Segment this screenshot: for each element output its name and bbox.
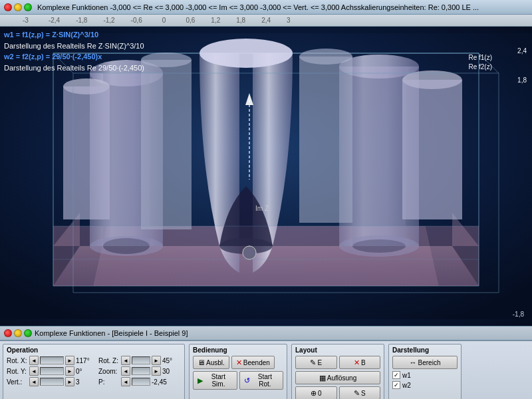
close-button[interactable] [4, 3, 12, 11]
rot-y-row: Rot. Y: ◄ ► 0° Zoom: ◄ ► 30 [7, 366, 181, 376]
layout-e-button[interactable]: ✎ E [295, 356, 337, 369]
formula-w1: w1 = f1(z,p) = Z·SIN(Z)^3/10 [4, 29, 144, 41]
start-sim-button[interactable]: ▶ Start Sim. [193, 371, 237, 390]
layout-b-icon: ✕ [354, 358, 360, 367]
rot-z-inc[interactable]: ► [152, 356, 161, 365]
rot-y-inc[interactable]: ► [65, 366, 74, 376]
svg-rect-30 [141, 60, 192, 229]
bedienung-section: Bedienung 🖥 Ausbl. ✕ Beenden ▶ Start Sim… [189, 344, 287, 399]
rot-x-row: Rot. X: ◄ ► 117° Rot. Z: ◄ ► 45° [7, 356, 181, 365]
status-title: Komplexe Funktionen - [Beispiele I - Bei… [35, 329, 188, 337]
traffic-lights [4, 3, 32, 11]
vert-dec[interactable]: ◄ [29, 377, 39, 386]
desc-w1: Darstellung des Realteils Re Z·SIN(Z)^3/… [4, 41, 144, 52]
vert-inc[interactable]: ► [65, 377, 74, 386]
rot-z-track[interactable] [132, 356, 150, 364]
svg-point-16 [200, 39, 293, 68]
desc-w2: Darstellung des Realteils Re 29/50·(-2,4… [4, 63, 144, 74]
svg-rect-28 [299, 57, 352, 223]
zoom-inc[interactable]: ► [152, 366, 161, 376]
layout-title: Layout [295, 346, 380, 354]
x-icon: ✕ [236, 358, 242, 367]
layout-section: Layout ✎ E ✕ B ▦ Auflösung ⊕ 0 ✎ S [291, 344, 384, 399]
layout-b-button[interactable]: ✕ B [339, 356, 381, 369]
start-rot-label: Start Rot. [251, 373, 279, 388]
rot-z-dec[interactable]: ◄ [121, 356, 130, 365]
beenden-button[interactable]: ✕ Beenden [231, 356, 275, 369]
layout-b-label: B [361, 359, 366, 366]
legend-f2: Re f2(z) [468, 63, 492, 72]
maximize-button[interactable] [24, 3, 32, 11]
status-min[interactable] [14, 329, 22, 337]
status-bar: Komplexe Funktionen - [Beispiele I - Bei… [0, 326, 532, 340]
operation-title: Operation [7, 346, 181, 354]
plus-icon: ⊕ [311, 389, 317, 398]
bedienung-buttons: 🖥 Ausbl. ✕ Beenden ▶ Start Sim. ↺ Start … [193, 356, 283, 390]
zoom-dec[interactable]: ◄ [121, 366, 130, 376]
layout-0-button[interactable]: ⊕ 0 [295, 386, 337, 399]
monitor-icon: 🖥 [198, 358, 205, 366]
right-axis-labels: 2,4 1,8 [517, 47, 527, 85]
start-sim-label: Start Sim. [204, 373, 233, 388]
aufloesung-label: Auflösung [327, 374, 356, 382]
beenden-label: Beenden [243, 359, 270, 366]
vert-track[interactable] [40, 378, 64, 386]
w1-checkbox[interactable]: ✓ [392, 371, 400, 379]
rot-x-dec[interactable]: ◄ [29, 356, 39, 365]
visualization-area: w1 = f1(z,p) = Z·SIN(Z)^3/10 Darstellung… [0, 27, 532, 326]
bereich-button[interactable]: ↔ Bereich [392, 356, 458, 369]
status-max[interactable] [24, 329, 32, 337]
rot-y-value: 0° [76, 368, 94, 375]
svg-rect-24 [63, 86, 110, 219]
rot-z-value: 45° [162, 357, 181, 364]
rot-z-label: Rot. Z: [98, 357, 120, 364]
darstellung-controls: ↔ Bereich ✓ w1 ✓ w2 [392, 356, 458, 389]
axis-label-1-8: 1,8 [517, 76, 527, 85]
zoom-value: 30 [162, 368, 181, 375]
minimize-button[interactable] [14, 3, 22, 11]
aufloesung-icon: ▦ [319, 374, 326, 382]
layout-s-icon: ✎ [354, 389, 360, 398]
play-icon: ▶ [198, 376, 203, 385]
w2-checkbox[interactable]: ✓ [392, 381, 400, 389]
window-title: Komplexe Funktionen -3,000 <= Re <= 3,00… [37, 3, 479, 11]
axis-bar: -3 -2,4 -1,8 -1,2 -0,6 0 0,6 1,2 1,8 2,4… [0, 15, 532, 27]
aufloesung-button[interactable]: ▦ Auflösung [295, 371, 380, 384]
layout-e-icon: ✎ [310, 358, 316, 367]
zoom-track[interactable] [132, 367, 150, 375]
bed-row-2: ▶ Start Sim. ↺ Start Rot. [193, 371, 283, 390]
svg-rect-26 [402, 80, 462, 219]
title-bar: Komplexe Funktionen -3,000 <= Re <= 3,00… [0, 0, 532, 15]
p-track[interactable] [132, 378, 150, 386]
formula-w2: w2 = f2(z,p) = 29/50·(-2,450)x [4, 51, 144, 63]
rot-x-inc[interactable]: ► [65, 356, 74, 365]
layout-e-label: E [317, 359, 322, 366]
w1-label: w1 [402, 372, 411, 379]
rot-x-label: Rot. X: [7, 357, 28, 364]
bed-row-1: 🖥 Ausbl. ✕ Beenden [193, 356, 283, 369]
bereich-label: Bereich [418, 359, 441, 366]
rot-y-dec[interactable]: ◄ [29, 366, 39, 376]
ausbl-button[interactable]: 🖥 Ausbl. [193, 356, 229, 369]
darstellung-section: Darstellung ↔ Bereich ✓ w1 ✓ w2 [388, 344, 462, 399]
status-close[interactable] [4, 329, 12, 337]
imz-label: Im Z [255, 205, 269, 212]
svg-point-34 [243, 246, 256, 259]
rot-y-label: Rot. Y: [7, 368, 28, 375]
layout-buttons: ✎ E ✕ B ▦ Auflösung ⊕ 0 ✎ S [295, 356, 380, 399]
layout-s-button[interactable]: ✎ S [339, 386, 381, 399]
p-dec[interactable]: ◄ [121, 377, 130, 386]
vert-row: Vert.: ◄ ► 3 P: ◄ -2,45 [7, 377, 181, 386]
start-rot-button[interactable]: ↺ Start Rot. [239, 371, 283, 390]
status-traffic-lights [4, 329, 32, 337]
layout-0-label: 0 [318, 390, 322, 397]
layout-s-label: S [361, 390, 366, 397]
bedienung-title: Bedienung [193, 346, 283, 354]
rot-x-track[interactable] [40, 356, 64, 364]
w2-label: w2 [402, 382, 411, 389]
info-overlay: w1 = f1(z,p) = Z·SIN(Z)^3/10 Darstellung… [4, 29, 144, 73]
rot-y-track[interactable] [40, 367, 64, 375]
p-value: -2,45 [152, 378, 170, 386]
operation-section: Operation Rot. X: ◄ ► 117° Rot. Z: ◄ ► 4… [3, 344, 185, 399]
w1-checkbox-row: ✓ w1 [392, 371, 458, 379]
